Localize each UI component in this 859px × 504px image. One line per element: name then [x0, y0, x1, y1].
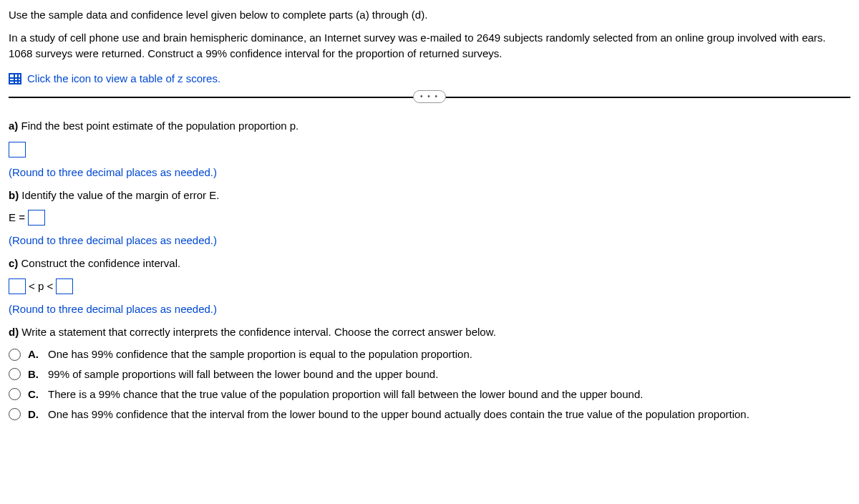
choice-d: D. One has 99% confidence that the inter…	[9, 407, 850, 422]
part-a: a) Find the best point estimate of the p…	[9, 118, 850, 134]
choice-c-letter: C.	[28, 387, 41, 402]
choice-a: A. One has 99% confidence that the sampl…	[9, 346, 850, 362]
section-divider: • • •	[9, 97, 850, 98]
choice-b: B. 99% of sample proportions will fall b…	[9, 367, 850, 382]
more-button[interactable]: • • •	[413, 90, 446, 103]
part-a-hint: (Round to three decimal places as needed…	[9, 165, 850, 180]
choices-list: A. One has 99% confidence that the sampl…	[9, 346, 850, 422]
part-c-upper-input[interactable]	[56, 278, 73, 294]
part-b-hint: (Round to three decimal places as needed…	[9, 233, 850, 248]
part-d-text: Write a statement that correctly interpr…	[19, 326, 496, 338]
part-b-label: b)	[9, 189, 19, 201]
part-d-label: d)	[9, 326, 19, 338]
choice-a-radio[interactable]	[9, 349, 21, 361]
part-d: d) Write a statement that correctly inte…	[9, 324, 850, 340]
choice-c-text: There is a 99% chance that the true valu…	[48, 387, 643, 402]
choice-b-letter: B.	[28, 367, 41, 382]
part-c-input-row: < p <	[9, 278, 850, 294]
table-icon	[9, 73, 21, 84]
instruction-text: Use the sample data and confidence level…	[9, 7, 850, 23]
part-c-hint: (Round to three decimal places as needed…	[9, 301, 850, 317]
part-c-mid: < p <	[29, 278, 53, 294]
part-a-text: Find the best point estimate of the popu…	[18, 120, 299, 132]
choice-a-letter: A.	[28, 346, 41, 362]
part-a-label: a)	[9, 120, 18, 132]
z-table-link-label: Click the icon to view a table of z scor…	[27, 71, 220, 87]
part-b-prefix: E =	[9, 210, 25, 226]
choice-d-text: One has 99% confidence that the interval…	[48, 407, 749, 422]
part-c-text: Construct the confidence interval.	[18, 257, 180, 269]
choice-c-radio[interactable]	[9, 388, 21, 400]
part-c: c) Construct the confidence interval.	[9, 256, 850, 271]
part-c-lower-input[interactable]	[9, 278, 26, 294]
choice-b-text: 99% of sample proportions will fall betw…	[48, 367, 438, 382]
choice-d-letter: D.	[28, 407, 41, 422]
part-c-label: c)	[9, 257, 18, 269]
choice-b-radio[interactable]	[9, 368, 21, 380]
part-b: b) Identify the value of the margin of e…	[9, 188, 850, 203]
choice-d-radio[interactable]	[9, 408, 21, 420]
choice-a-text: One has 99% confidence that the sample p…	[48, 346, 472, 362]
choice-c: C. There is a 99% chance that the true v…	[9, 387, 850, 402]
z-table-link[interactable]: Click the icon to view a table of z scor…	[9, 71, 850, 87]
part-a-input-row	[9, 141, 850, 158]
part-b-input[interactable]	[28, 210, 45, 226]
part-a-input[interactable]	[9, 142, 26, 158]
problem-text: In a study of cell phone use and brain h…	[9, 30, 850, 62]
part-b-text: Identify the value of the margin of erro…	[19, 189, 219, 201]
part-b-input-row: E =	[9, 210, 850, 226]
